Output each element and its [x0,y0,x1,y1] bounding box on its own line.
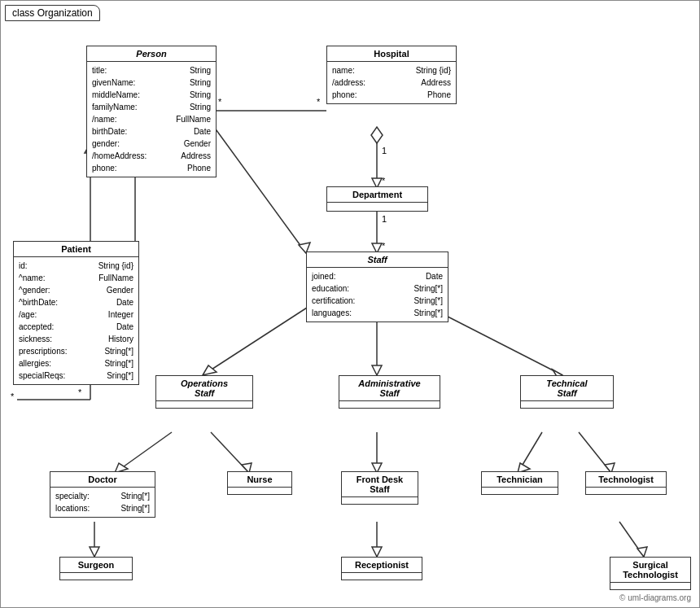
staff-class-attrs: joined:Date education:String[*] certific… [307,268,448,321]
person-class: Person title:String givenName:String mid… [86,46,217,177]
technical-staff-class-name: Technical Staff [521,376,613,401]
patient-class-attrs: id:String {id} ^name:FullName ^gender:Ge… [14,257,138,384]
staff-class: Staff joined:Date education:String[*] ce… [306,252,448,322]
svg-line-38 [619,522,644,557]
copyright-text: © uml-diagrams.org [619,593,691,602]
front-desk-staff-class-name: Front Desk Staff [342,472,418,497]
receptionist-class-name: Receptionist [342,558,422,573]
front-desk-staff-class-attrs [342,497,418,504]
surgical-technologist-class-attrs [610,583,690,589]
department-class: Department [326,186,428,212]
nurse-class-name: Nurse [228,472,291,488]
svg-line-24 [115,432,172,473]
svg-line-30 [518,432,542,473]
svg-line-26 [211,432,249,473]
svg-line-14 [214,127,306,253]
svg-text:*: * [78,387,82,397]
svg-text:*: * [218,97,222,107]
doctor-class: Doctor specialty:String[*] locations:Str… [50,471,155,518]
technologist-class: Technologist [585,471,667,495]
receptionist-class: Receptionist [341,557,422,580]
surgeon-class-attrs [60,573,132,580]
person-class-attrs: title:String givenName:String middleName… [87,62,216,177]
svg-marker-35 [90,547,99,557]
svg-line-32 [579,432,611,473]
person-class-name: Person [87,46,216,62]
administrative-staff-class-name: Administrative Staff [339,376,440,401]
receptionist-class-attrs [342,573,422,580]
svg-marker-37 [372,547,382,557]
operations-staff-class: Operations Staff [155,375,253,409]
technical-staff-class: Technical Staff [520,375,614,409]
department-class-name: Department [327,187,427,203]
administrative-staff-class-attrs [339,401,440,408]
svg-marker-4 [371,127,383,143]
doctor-class-name: Doctor [50,472,155,488]
technologist-class-attrs [586,488,666,494]
technical-staff-class-attrs [521,401,613,408]
surgeon-class: Surgeon [59,557,133,580]
diagram-container: class Organization * * 1 * 1 * * [0,0,700,608]
svg-text:*: * [382,176,386,186]
surgeon-class-name: Surgeon [60,558,132,573]
hospital-class-name: Hospital [327,46,456,62]
diagram-title: class Organization [5,5,100,21]
nurse-class-attrs [228,488,291,494]
svg-text:*: * [317,97,321,107]
doctor-class-attrs: specialty:String[*] locations:String[*] [50,488,155,517]
front-desk-staff-class: Front Desk Staff [341,471,418,505]
technologist-class-name: Technologist [586,472,666,488]
technician-class-name: Technician [482,472,558,488]
operations-staff-class-name: Operations Staff [156,376,252,401]
hospital-class: Hospital name:String {id} /address:Addre… [326,46,457,104]
patient-class: Patient id:String {id} ^name:FullName ^g… [13,241,139,385]
svg-marker-39 [637,547,647,557]
patient-class-name: Patient [14,242,138,257]
department-class-attrs [327,203,427,211]
hospital-class-attrs: name:String {id} /address:Address phone:… [327,62,456,103]
nurse-class: Nurse [227,471,292,495]
surgical-technologist-class: Surgical Technologist [610,557,691,590]
technician-class-attrs [482,488,558,494]
svg-text:*: * [11,391,15,401]
administrative-staff-class: Administrative Staff [339,375,440,409]
svg-marker-21 [372,365,382,375]
staff-class-name: Staff [307,252,448,268]
surgical-technologist-class-name: Surgical Technologist [610,558,690,583]
svg-text:*: * [382,241,386,251]
operations-staff-class-attrs [156,401,252,408]
svg-line-18 [203,300,318,375]
svg-text:1: 1 [382,214,387,224]
svg-marker-19 [203,365,217,375]
technician-class: Technician [481,471,558,495]
svg-text:1: 1 [382,146,387,155]
